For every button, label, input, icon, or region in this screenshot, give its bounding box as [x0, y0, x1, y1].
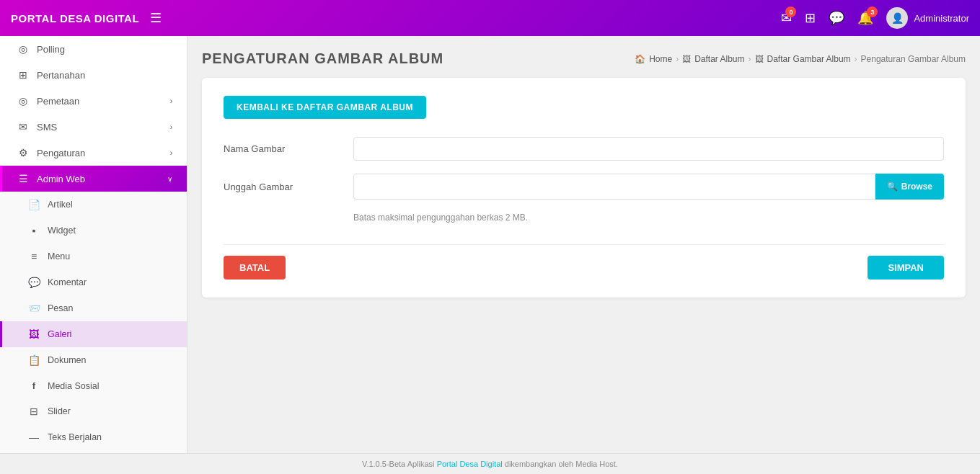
pemetaan-icon: ◎: [17, 95, 30, 107]
navbar-right: ✉ 0 ⊞ 💬 🔔 3 👤 Administrator: [781, 7, 969, 29]
breadcrumb-album-icon: 🖼: [682, 54, 691, 64]
komentar-icon: 💬: [27, 277, 40, 288]
cancel-button[interactable]: BATAL: [224, 256, 286, 280]
sidebar-item-artikel[interactable]: 📄 Artikel: [0, 192, 187, 218]
unggah-gambar-label: Unggah Gambar: [224, 182, 353, 192]
browse-button[interactable]: 🔍 Browse: [875, 174, 944, 200]
sidebar-item-label: Galeri: [48, 329, 71, 339]
pertanahan-icon: ⊞: [17, 69, 30, 81]
admin-info[interactable]: 👤 Administrator: [886, 7, 969, 29]
bell-icon[interactable]: 🔔 3: [857, 10, 873, 26]
sidebar-item-pemetaan[interactable]: ◎ Pemetaan ›: [0, 88, 187, 114]
sidebar-item-komentar[interactable]: 💬 Komentar: [0, 269, 187, 295]
settings-icon: ⚙: [17, 147, 30, 158]
monitor-icon[interactable]: ⊞: [805, 10, 816, 26]
breadcrumb-daftar-album-link[interactable]: Daftar Album: [694, 54, 744, 64]
breadcrumb-daftar-gambar-link[interactable]: Daftar Gambar Album: [767, 54, 851, 64]
pesan-icon: 📨: [27, 303, 40, 314]
breadcrumb-home-link[interactable]: Home: [649, 54, 672, 64]
slider-icon: ⊟: [27, 406, 40, 417]
breadcrumb-gambar-icon: 🖼: [755, 54, 764, 64]
sidebar-item-slider[interactable]: ⊟ Slider: [0, 398, 187, 424]
breadcrumb: 🏠 Home › 🖼 Daftar Album › 🖼 Daftar Gamba…: [635, 54, 966, 64]
footer-link[interactable]: Portal Desa Digital: [437, 460, 503, 468]
search-icon: 🔍: [887, 182, 898, 192]
media-sosial-icon: f: [27, 380, 40, 391]
mail-badge: 0: [785, 6, 796, 17]
avatar: 👤: [886, 7, 908, 29]
sidebar-item-label: Komentar: [48, 277, 87, 287]
admin-name: Administrator: [914, 13, 969, 24]
sidebar-item-label: Menu: [48, 251, 70, 261]
footer-text-before: V.1.0.5-Beta Aplikasi: [362, 460, 437, 468]
sidebar-item-label: Slider: [48, 406, 71, 416]
sidebar-item-sms[interactable]: ✉ SMS ›: [0, 114, 187, 140]
sidebar-item-label: Artikel: [48, 200, 73, 210]
chevron-down-icon: ∨: [167, 175, 172, 183]
sidebar-item-teks-berjalan[interactable]: — Teks Berjalan: [0, 424, 187, 450]
breadcrumb-current: Pengaturan Gambar Album: [861, 54, 966, 64]
unggah-gambar-row: Unggah Gambar 🔍 Browse: [224, 174, 944, 200]
save-button[interactable]: SIMPAN: [868, 256, 944, 280]
sidebar-item-label: Teks Berjalan: [48, 432, 102, 442]
teks-berjalan-icon: —: [27, 431, 40, 443]
chat-icon[interactable]: 💬: [829, 10, 844, 26]
chevron-right-icon: ›: [170, 123, 172, 131]
chevron-right-icon: ›: [170, 97, 172, 105]
chevron-right-icon: ›: [170, 149, 172, 157]
page-title: PENGATURAN GAMBAR ALBUM: [202, 50, 443, 67]
breadcrumb-bar: PENGATURAN GAMBAR ALBUM 🏠 Home › 🖼 Dafta…: [202, 50, 966, 67]
browse-label: Browse: [901, 182, 932, 192]
sidebar-item-pesan[interactable]: 📨 Pesan: [0, 295, 187, 321]
nama-gambar-label: Nama Gambar: [224, 143, 353, 154]
breadcrumb-home-icon: 🏠: [635, 54, 645, 64]
sidebar-item-widget[interactable]: ▪ Widget: [0, 218, 187, 243]
back-button[interactable]: KEMBALI KE DAFTAR GAMBAR ALBUM: [224, 96, 426, 119]
navbar-left: PORTAL DESA DIGITAL ☰: [11, 10, 162, 26]
widget-icon: ▪: [27, 225, 40, 236]
sidebar-item-menu[interactable]: ≡ Menu: [0, 243, 187, 269]
main-content: PENGATURAN GAMBAR ALBUM 🏠 Home › 🖼 Dafta…: [187, 36, 980, 453]
polling-icon: ◎: [17, 43, 30, 55]
sidebar-submenu: 📄 Artikel ▪ Widget ≡ Menu 💬 Komentar 📨 P…: [0, 192, 187, 453]
sidebar-item-adminweb[interactable]: ☰ Admin Web ∨: [0, 166, 187, 192]
mail-icon[interactable]: ✉ 0: [781, 10, 792, 26]
adminweb-icon: ☰: [17, 173, 30, 184]
sidebar-item-label: SMS: [37, 122, 57, 133]
sidebar: ◎ Polling ⊞ Pertanahan ◎ Pemetaan › ✉ SM…: [0, 36, 187, 453]
bell-badge: 3: [867, 6, 878, 17]
menu-icon: ≡: [27, 251, 40, 262]
sidebar-item-pengaturan[interactable]: ⚙ Pengaturan ›: [0, 140, 187, 166]
upload-input[interactable]: [353, 174, 875, 200]
breadcrumb-sep: ›: [855, 54, 857, 64]
artikel-icon: 📄: [27, 199, 40, 210]
sidebar-item-label: Dokumen: [48, 355, 87, 365]
sidebar-item-label: Widget: [48, 225, 76, 236]
breadcrumb-sep: ›: [676, 54, 679, 64]
sidebar-item-galeri[interactable]: 🖼 Galeri: [0, 321, 187, 347]
sidebar-item-label: Pengaturan: [37, 148, 85, 158]
navbar: PORTAL DESA DIGITAL ☰ ✉ 0 ⊞ 💬 🔔 3 👤 Admi…: [0, 0, 980, 36]
app-brand: PORTAL DESA DIGITAL: [11, 12, 139, 24]
sidebar-item-polling[interactable]: ◎ Polling: [0, 36, 187, 62]
dokumen-icon: 📋: [27, 354, 40, 366]
sidebar-item-label: Pesan: [48, 303, 73, 313]
sidebar-item-label: Media Sosial: [48, 381, 100, 391]
sidebar-item-media-sosial[interactable]: f Media Sosial: [0, 373, 187, 398]
sidebar-item-label: Pemetaan: [37, 96, 79, 107]
breadcrumb-sep: ›: [749, 54, 751, 64]
sidebar-item-pertanahan[interactable]: ⊞ Pertanahan: [0, 62, 187, 88]
upload-hint: Batas maksimal pengunggahan berkas 2 MB.: [353, 213, 944, 223]
sidebar-item-label: Polling: [37, 44, 65, 55]
upload-row: 🔍 Browse: [353, 174, 944, 200]
form-actions: BATAL SIMPAN: [224, 244, 944, 280]
nama-gambar-row: Nama Gambar: [224, 137, 944, 161]
hamburger-icon[interactable]: ☰: [150, 10, 162, 26]
footer: V.1.0.5-Beta Aplikasi Portal Desa Digita…: [0, 453, 980, 474]
form-card: KEMBALI KE DAFTAR GAMBAR ALBUM Nama Gamb…: [202, 78, 966, 298]
sidebar-item-dokumen[interactable]: 📋 Dokumen: [0, 347, 187, 373]
galeri-icon: 🖼: [27, 328, 40, 340]
sidebar-item-label: Admin Web: [37, 174, 85, 184]
footer-text-after: dikembangkan oleh Media Host.: [503, 460, 618, 468]
nama-gambar-input[interactable]: [353, 137, 944, 161]
